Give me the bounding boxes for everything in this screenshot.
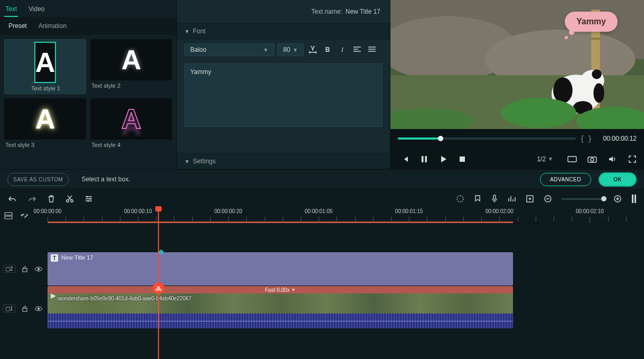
ruler-label: 00:00:00:20 bbox=[214, 208, 242, 214]
zoom-in-button[interactable] bbox=[613, 195, 622, 203]
seek-fill bbox=[398, 137, 441, 140]
split-button[interactable] bbox=[66, 195, 74, 203]
manage-tracks-button[interactable] bbox=[4, 212, 13, 219]
timeline: 00:00:00:0000:00:00:1000:00:00:2000:00:0… bbox=[0, 189, 644, 359]
stop-button[interactable] bbox=[457, 154, 468, 164]
italic-button[interactable]: I bbox=[337, 43, 348, 56]
settings-section-label: Settings bbox=[193, 158, 216, 165]
lock-icon[interactable] bbox=[22, 265, 28, 273]
svg-rect-37 bbox=[5, 216, 12, 219]
mark-in-button[interactable]: { bbox=[581, 134, 584, 143]
ruler-label: 00:00:01:05 bbox=[305, 208, 333, 214]
track-title-lane[interactable]: T New Title 17 bbox=[48, 252, 644, 286]
font-family-select[interactable]: Baloo ▼ bbox=[184, 43, 274, 56]
lock-icon[interactable] bbox=[22, 305, 28, 312]
eye-icon[interactable] bbox=[34, 266, 43, 272]
clip-title[interactable]: T New Title 17 bbox=[48, 252, 513, 286]
text-style-2[interactable]: A Text style 2 bbox=[90, 39, 172, 94]
tab-video[interactable]: Video bbox=[27, 2, 45, 17]
zoom-out-button[interactable] bbox=[544, 195, 552, 203]
text-name-label: Text name: bbox=[311, 8, 342, 15]
seek-track[interactable] bbox=[398, 137, 576, 140]
timeline-options-button[interactable] bbox=[631, 194, 637, 204]
mark-out-button[interactable]: } bbox=[589, 134, 591, 143]
preview-speech-bubble[interactable]: Yammy bbox=[565, 12, 618, 32]
panel-subtabs: Preset Animation bbox=[0, 17, 176, 35]
track-spacer-lane[interactable] bbox=[48, 224, 644, 252]
render-button[interactable] bbox=[456, 195, 464, 203]
track-video-lane[interactable]: Fast 8.00x ▼ wondershare-b05e8e90-401d-4… bbox=[48, 286, 644, 331]
quality-button[interactable] bbox=[567, 154, 577, 164]
text-style-3-label: Text style 3 bbox=[4, 142, 86, 148]
voiceover-button[interactable] bbox=[491, 195, 498, 203]
redo-button[interactable] bbox=[27, 195, 37, 202]
play-button[interactable] bbox=[438, 154, 449, 164]
preview-scale-select[interactable]: 1/2 ▼ bbox=[537, 155, 553, 163]
font-size-select[interactable]: 80 ▼ bbox=[277, 43, 304, 56]
font-family-value: Baloo bbox=[190, 46, 207, 53]
subtab-animation[interactable]: Animation bbox=[39, 22, 67, 30]
svg-rect-20 bbox=[568, 157, 576, 162]
svg-rect-18 bbox=[425, 156, 427, 162]
svg-rect-35 bbox=[634, 195, 636, 203]
ruler-label: 00:00:01:15 bbox=[395, 208, 423, 214]
text-style-1[interactable]: A Text style 1 bbox=[4, 39, 86, 94]
text-name-bar: Text name: New Title 17 bbox=[177, 0, 390, 23]
tab-text[interactable]: Text bbox=[4, 2, 18, 17]
svg-point-27 bbox=[87, 200, 89, 201]
font-section-header[interactable]: ▼ Font bbox=[177, 23, 390, 39]
font-size-value: 80 bbox=[283, 46, 290, 53]
svg-point-43 bbox=[38, 308, 40, 310]
svg-rect-42 bbox=[23, 308, 27, 311]
eye-icon[interactable] bbox=[34, 306, 43, 312]
playhead-head-icon bbox=[155, 206, 162, 211]
svg-point-26 bbox=[89, 198, 91, 199]
align-left-button[interactable] bbox=[351, 43, 363, 56]
svg-point-13 bbox=[593, 84, 604, 103]
letter-spacing-button[interactable] bbox=[307, 43, 319, 56]
volume-button[interactable] bbox=[607, 154, 618, 164]
align-justify-button[interactable] bbox=[366, 43, 378, 56]
snapshot-button[interactable] bbox=[587, 154, 598, 164]
ok-button[interactable]: OK bbox=[599, 172, 637, 187]
svg-rect-40 bbox=[23, 269, 27, 272]
fullscreen-button[interactable] bbox=[627, 154, 638, 164]
text-content-input[interactable] bbox=[184, 63, 382, 127]
crop-button[interactable] bbox=[526, 195, 534, 203]
prev-frame-button[interactable] bbox=[400, 154, 410, 164]
link-button[interactable] bbox=[20, 212, 29, 219]
chevron-down-icon: ▼ bbox=[263, 47, 268, 53]
ruler-label: 00:00:00:10 bbox=[124, 208, 152, 214]
adjust-button[interactable] bbox=[85, 195, 93, 202]
marker-button[interactable] bbox=[474, 195, 481, 203]
text-style-1-label: Text style 1 bbox=[30, 85, 60, 91]
text-presets-panel: Text Video Preset Animation A Text style… bbox=[0, 0, 177, 169]
timeline-ruler[interactable]: 00:00:00:0000:00:00:1000:00:00:2000:00:0… bbox=[48, 208, 644, 223]
text-style-4[interactable]: A Text style 4 bbox=[90, 98, 172, 148]
text-style-2-thumb: A bbox=[90, 39, 172, 80]
audio-mixer-button[interactable] bbox=[508, 195, 516, 202]
preview-viewport[interactable]: Yammy bbox=[390, 0, 644, 129]
delete-button[interactable] bbox=[48, 195, 55, 203]
bold-button[interactable]: B bbox=[322, 43, 333, 56]
bubble-tail-icon bbox=[569, 30, 574, 35]
undo-button[interactable] bbox=[7, 195, 17, 202]
seek-thumb[interactable] bbox=[438, 136, 443, 141]
bubble-tail-icon bbox=[565, 36, 568, 39]
chevron-down-icon: ▼ bbox=[548, 156, 553, 162]
text-style-3[interactable]: A Text style 3 bbox=[4, 98, 86, 148]
svg-rect-34 bbox=[632, 195, 633, 203]
advanced-button[interactable]: ADVANCED bbox=[540, 173, 591, 186]
save-as-custom-button[interactable]: SAVE AS CUSTOM bbox=[7, 173, 69, 186]
pause-button[interactable] bbox=[419, 154, 430, 164]
playhead-split-handle[interactable] bbox=[153, 282, 164, 294]
zoom-slider[interactable] bbox=[562, 198, 604, 200]
svg-point-24 bbox=[71, 200, 73, 202]
clip-video[interactable]: Fast 8.00x ▼ wondershare-b05e8e90-401d-4… bbox=[48, 286, 513, 331]
subtab-preset[interactable]: Preset bbox=[8, 22, 27, 30]
settings-section-header[interactable]: ▼ Settings bbox=[177, 153, 390, 169]
timeline-playhead[interactable] bbox=[158, 210, 159, 359]
action-bar: SAVE AS CUSTOM Select a text box. ADVANC… bbox=[0, 169, 644, 189]
svg-point-31 bbox=[529, 198, 531, 200]
zoom-slider-thumb[interactable] bbox=[601, 196, 606, 201]
